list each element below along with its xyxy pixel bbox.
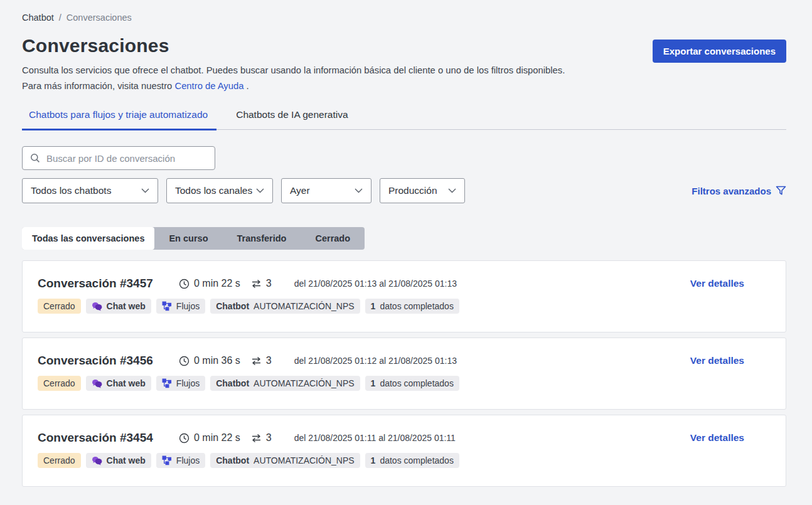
chatbot-filter-dropdown[interactable]: Todos los chatbots bbox=[22, 178, 158, 203]
filter-row: Todos los chatbots Todos los canales Aye… bbox=[22, 178, 786, 203]
environment-filter-value: Producción bbox=[388, 185, 437, 196]
card-header-row: Conversación #3454 0 min 22 s 3 del 21/0… bbox=[38, 431, 771, 445]
channel-filter-value: Todos los canales bbox=[175, 185, 252, 196]
environment-filter-dropdown[interactable]: Producción bbox=[380, 178, 465, 203]
duration-value: 0 min 36 s bbox=[194, 355, 240, 366]
chatbot-badge: Chatbot AUTOMATIZACIÓN_NPS bbox=[210, 453, 360, 468]
swap-arrows-icon bbox=[251, 433, 262, 443]
channel-label: Chat web bbox=[107, 455, 146, 465]
status-tab-in-progress[interactable]: En curso bbox=[154, 227, 222, 250]
data-count: 1 bbox=[371, 301, 376, 311]
chatbot-type-tabs: Chatbots para flujos y triaje automatiza… bbox=[22, 109, 786, 130]
chatbot-filter-value: Todos los chatbots bbox=[31, 185, 111, 196]
card-badges-row: Cerrado Chat web Fluj bbox=[38, 376, 771, 391]
status-badge: Cerrado bbox=[38, 376, 81, 391]
chatbot-name: AUTOMATIZACIÓN_NPS bbox=[254, 455, 355, 465]
conversation-duration: 0 min 22 s bbox=[179, 432, 240, 444]
conversation-duration: 0 min 36 s bbox=[179, 355, 240, 366]
status-tab-closed[interactable]: Cerrado bbox=[301, 227, 365, 250]
tab-flows-triage[interactable]: Chatbots para flujos y triaje automatiza… bbox=[22, 109, 216, 130]
data-completed-badge: 1 datos completados bbox=[365, 376, 459, 391]
chat-bubbles-icon bbox=[92, 302, 102, 311]
view-details-link[interactable]: Ver detalles bbox=[690, 355, 744, 366]
flow-sitemap-icon bbox=[162, 301, 172, 311]
card-badges-row: Cerrado Chat web Fluj bbox=[38, 299, 771, 314]
view-details-link[interactable]: Ver detalles bbox=[690, 432, 744, 444]
description-text: Consulta los servicios que ofrece el cha… bbox=[22, 65, 565, 91]
type-label: Flujos bbox=[176, 301, 200, 311]
conversation-card: Conversación #3454 0 min 22 s 3 del 21/0… bbox=[22, 415, 786, 487]
clock-icon bbox=[179, 356, 190, 366]
duration-value: 0 min 22 s bbox=[194, 432, 240, 444]
duration-value: 0 min 22 s bbox=[194, 278, 240, 289]
date-filter-value: Ayer bbox=[290, 185, 310, 196]
channel-filter-dropdown[interactable]: Todos los canales bbox=[166, 178, 273, 203]
chatbot-name: AUTOMATIZACIÓN_NPS bbox=[254, 378, 355, 388]
type-badge: Flujos bbox=[156, 453, 205, 468]
channel-label: Chat web bbox=[107, 301, 146, 311]
search-icon bbox=[30, 153, 40, 163]
data-completed-label: datos completados bbox=[380, 378, 454, 388]
status-tab-transferred[interactable]: Transferido bbox=[223, 227, 301, 250]
card-header-row: Conversación #3457 0 min 22 s 3 del 21/0… bbox=[38, 277, 771, 290]
swap-arrows-icon bbox=[251, 356, 262, 366]
advanced-filters-label: Filtros avanzados bbox=[692, 186, 771, 196]
conversation-search[interactable] bbox=[22, 146, 215, 170]
search-input[interactable] bbox=[46, 153, 207, 164]
conversation-duration: 0 min 22 s bbox=[179, 278, 240, 289]
chatbot-badge-label: Chatbot bbox=[216, 455, 249, 465]
date-filter-dropdown[interactable]: Ayer bbox=[281, 178, 371, 203]
type-label: Flujos bbox=[176, 378, 200, 388]
chatbot-badge-label: Chatbot bbox=[216, 301, 249, 311]
conversation-title: Conversación #3454 bbox=[38, 431, 158, 445]
status-badge: Cerrado bbox=[38, 453, 81, 468]
status-badge: Cerrado bbox=[38, 299, 81, 314]
flow-sitemap-icon bbox=[162, 378, 172, 388]
status-filter-tabs: Todas las conversaciones En curso Transf… bbox=[22, 227, 365, 250]
channel-label: Chat web bbox=[107, 378, 146, 388]
breadcrumb-chatbot[interactable]: Chatbot bbox=[22, 13, 54, 23]
export-conversations-button[interactable]: Exportar conversaciones bbox=[653, 40, 786, 63]
data-completed-badge: 1 datos completados bbox=[365, 453, 459, 468]
help-center-link[interactable]: Centro de Ayuda bbox=[174, 81, 243, 91]
chat-bubbles-icon bbox=[92, 456, 102, 465]
conversation-card: Conversación #3456 0 min 36 s 3 del 21/0… bbox=[22, 338, 786, 410]
type-label: Flujos bbox=[176, 455, 200, 465]
card-badges-row: Cerrado Chat web Fluj bbox=[38, 453, 771, 468]
conversation-title: Conversación #3457 bbox=[38, 277, 158, 290]
view-details-link[interactable]: Ver detalles bbox=[690, 278, 744, 289]
data-completed-label: datos completados bbox=[380, 301, 454, 311]
conversation-title: Conversación #3456 bbox=[38, 354, 158, 368]
clock-icon bbox=[179, 433, 190, 444]
chevron-down-icon bbox=[256, 188, 264, 193]
channel-badge: Chat web bbox=[86, 376, 151, 391]
conversation-exchanges: 3 bbox=[251, 355, 272, 366]
chatbot-name: AUTOMATIZACIÓN_NPS bbox=[254, 301, 355, 311]
tab-generative-ai[interactable]: Chatbots de IA generativa bbox=[229, 109, 356, 129]
conversation-card: Conversación #3457 0 min 22 s 3 del 21/0… bbox=[22, 260, 786, 332]
data-count: 1 bbox=[371, 378, 376, 388]
conversation-date-range: del 21/08/2025 01:12 al 21/08/2025 01:13 bbox=[294, 356, 457, 366]
chatbot-badge-label: Chatbot bbox=[216, 378, 249, 388]
chevron-down-icon bbox=[355, 188, 363, 193]
conversation-date-range: del 21/08/2025 01:13 al 21/08/2025 01:13 bbox=[294, 279, 457, 289]
conversation-exchanges: 3 bbox=[251, 432, 272, 444]
data-count: 1 bbox=[371, 455, 376, 465]
flow-sitemap-icon bbox=[162, 455, 172, 465]
chatbot-badge: Chatbot AUTOMATIZACIÓN_NPS bbox=[210, 376, 360, 391]
breadcrumb: Chatbot / Conversaciones bbox=[22, 13, 786, 23]
type-badge: Flujos bbox=[156, 376, 205, 391]
card-header-row: Conversación #3456 0 min 36 s 3 del 21/0… bbox=[38, 354, 771, 368]
conversation-list: Conversación #3457 0 min 22 s 3 del 21/0… bbox=[22, 260, 786, 487]
exchanges-count: 3 bbox=[266, 432, 272, 444]
data-completed-label: datos completados bbox=[380, 455, 454, 465]
status-tab-all[interactable]: Todas las conversaciones bbox=[22, 227, 154, 250]
conversations-page: Chatbot / Conversaciones Conversaciones … bbox=[0, 0, 812, 487]
chevron-down-icon bbox=[448, 188, 456, 193]
page-description: Consulta los servicios que ofrece el cha… bbox=[22, 63, 567, 94]
channel-badge: Chat web bbox=[86, 453, 151, 468]
breadcrumb-conversaciones: Conversaciones bbox=[67, 13, 132, 23]
advanced-filters-link[interactable]: Filtros avanzados bbox=[692, 186, 786, 196]
type-badge: Flujos bbox=[156, 299, 205, 314]
exchanges-count: 3 bbox=[266, 355, 272, 366]
